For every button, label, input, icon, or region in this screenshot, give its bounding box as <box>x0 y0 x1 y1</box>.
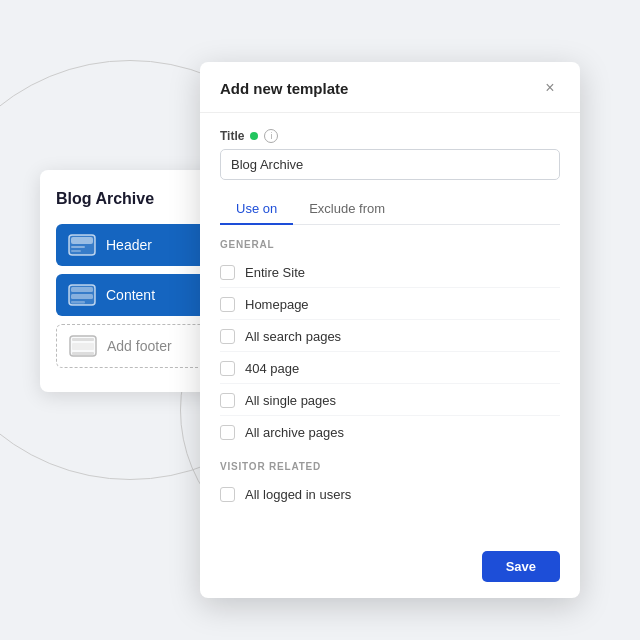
modal-body: Title i Use on Exclude from GENERAL Enti… <box>200 113 580 539</box>
checkbox-logged-in-label: All logged in users <box>245 487 351 502</box>
checkbox-all-archive-pages[interactable]: All archive pages <box>220 418 560 447</box>
add-footer-label: Add footer <box>107 338 172 354</box>
modal-header: Add new template × <box>200 62 580 113</box>
checkbox-logged-in-input[interactable] <box>220 487 235 502</box>
svg-rect-1 <box>71 237 93 244</box>
svg-rect-11 <box>72 352 94 355</box>
footer-icon <box>69 335 97 357</box>
title-field-label: Title <box>220 129 244 143</box>
checkbox-entire-site[interactable]: Entire Site <box>220 258 560 288</box>
visitor-checkbox-list: All logged in users <box>220 480 560 509</box>
svg-rect-7 <box>71 301 85 304</box>
svg-rect-5 <box>71 287 93 292</box>
checkbox-logged-in-users[interactable]: All logged in users <box>220 480 560 509</box>
checkbox-404-label: 404 page <box>245 361 299 376</box>
svg-rect-6 <box>71 294 93 299</box>
visitor-section-label: VISITOR RELATED <box>220 461 560 472</box>
general-section-label: GENERAL <box>220 239 560 250</box>
checkbox-all-single-pages[interactable]: All single pages <box>220 386 560 416</box>
add-template-modal: Add new template × Title i Use on Exclud… <box>200 62 580 598</box>
info-icon[interactable]: i <box>264 129 278 143</box>
tab-use-on[interactable]: Use on <box>220 194 293 225</box>
checkbox-all-search-label: All search pages <box>245 329 341 344</box>
header-icon <box>68 234 96 256</box>
tab-exclude-from[interactable]: Exclude from <box>293 194 401 225</box>
svg-rect-9 <box>72 338 94 341</box>
checkbox-homepage[interactable]: Homepage <box>220 290 560 320</box>
title-field-row: Title i <box>220 129 560 143</box>
tab-bar: Use on Exclude from <box>220 194 560 225</box>
general-checkbox-list: Entire Site Homepage All search pages 40… <box>220 258 560 447</box>
status-dot <box>250 132 258 140</box>
checkbox-entire-site-input[interactable] <box>220 265 235 280</box>
checkbox-404-page[interactable]: 404 page <box>220 354 560 384</box>
checkbox-single-input[interactable] <box>220 393 235 408</box>
checkbox-all-search-input[interactable] <box>220 329 235 344</box>
checkbox-404-input[interactable] <box>220 361 235 376</box>
svg-rect-2 <box>71 246 85 248</box>
modal-close-button[interactable]: × <box>540 78 560 98</box>
checkbox-homepage-label: Homepage <box>245 297 309 312</box>
modal-title: Add new template <box>220 80 348 97</box>
checkbox-all-search-pages[interactable]: All search pages <box>220 322 560 352</box>
title-input[interactable] <box>220 149 560 180</box>
svg-rect-10 <box>72 343 94 350</box>
save-button[interactable]: Save <box>482 551 560 582</box>
checkbox-single-label: All single pages <box>245 393 336 408</box>
checkbox-homepage-input[interactable] <box>220 297 235 312</box>
checkbox-archive-label: All archive pages <box>245 425 344 440</box>
checkbox-archive-input[interactable] <box>220 425 235 440</box>
content-icon <box>68 284 96 306</box>
svg-rect-3 <box>71 250 81 252</box>
modal-footer: Save <box>200 539 580 598</box>
checkbox-entire-site-label: Entire Site <box>245 265 305 280</box>
